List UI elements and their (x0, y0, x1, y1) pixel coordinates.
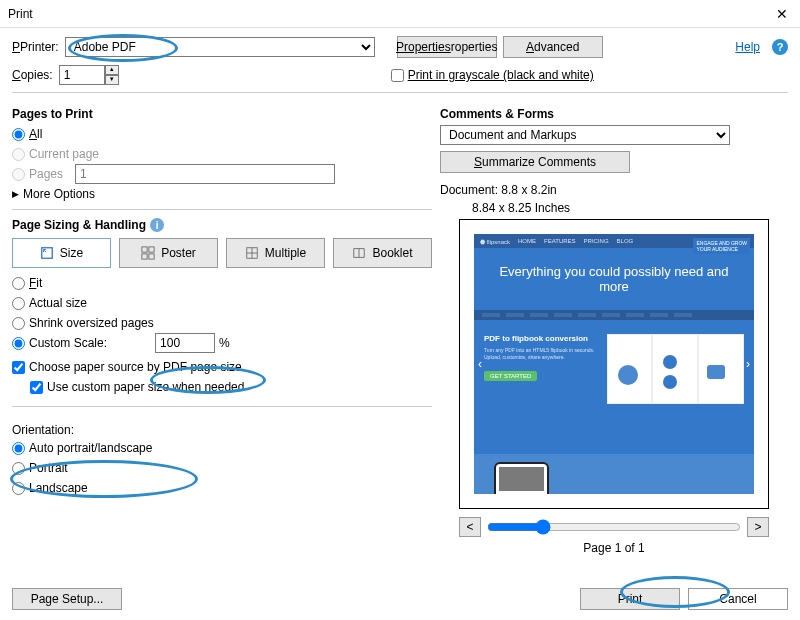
more-options-toggle[interactable]: ▶ More Options (12, 187, 432, 201)
pages-range-input[interactable] (75, 164, 335, 184)
preview-next-icon: › (746, 357, 750, 371)
scale-unit: % (219, 336, 230, 350)
info-icon[interactable]: i (150, 218, 164, 232)
booklet-icon (352, 246, 366, 260)
close-icon[interactable]: ✕ (772, 6, 792, 22)
orientation-auto-label: Auto portrait/landscape (29, 441, 152, 455)
pages-all-label: All (29, 127, 42, 141)
orientation-portrait-label: Portrait (29, 461, 68, 475)
cancel-button[interactable]: Cancel (688, 588, 788, 610)
fit-label: Fit (29, 276, 42, 290)
window-title: Print (8, 7, 33, 21)
tab-multiple[interactable]: Multiple (226, 238, 325, 268)
custom-scale-input[interactable] (155, 333, 215, 353)
pages-range-label: Pages (29, 167, 63, 181)
pages-to-print-title: Pages to Print (12, 107, 432, 121)
page-dimensions: 8.84 x 8.25 Inches (472, 201, 788, 215)
tab-size[interactable]: Size (12, 238, 111, 268)
orientation-landscape-radio[interactable] (12, 482, 25, 495)
print-button[interactable]: Print (580, 588, 680, 610)
preview-prev-icon: ‹ (478, 357, 482, 371)
actual-size-radio[interactable] (12, 297, 25, 310)
custom-scale-label: Custom Scale: (29, 336, 107, 350)
pages-current-radio (12, 148, 25, 161)
grayscale-label: Print in grayscale (black and white) (408, 68, 594, 82)
comments-forms-title: Comments & Forms (440, 107, 788, 121)
pages-range-radio (12, 168, 25, 181)
summarize-comments-button[interactable]: Summarize Comments (440, 151, 630, 173)
print-preview: ⬣ flipsnackHOMEFEATURESPRICINGBLOG Every… (459, 219, 769, 509)
page-indicator: Page 1 of 1 (440, 541, 788, 555)
preview-headline: Everything you could possibly need and m… (484, 264, 744, 294)
pages-all-radio[interactable] (12, 128, 25, 141)
preview-prev-button[interactable]: < (459, 517, 481, 537)
use-custom-paper-checkbox[interactable] (30, 381, 43, 394)
sizing-title: Page Sizing & Handling (12, 218, 146, 232)
tab-booklet[interactable]: Booklet (333, 238, 432, 268)
orientation-title: Orientation: (12, 423, 432, 437)
svg-rect-2 (149, 247, 154, 252)
grayscale-checkbox[interactable] (391, 69, 404, 82)
svg-rect-0 (42, 248, 53, 259)
orientation-auto-radio[interactable] (12, 442, 25, 455)
printer-select[interactable]: Adobe PDF (65, 37, 375, 57)
choose-source-checkbox[interactable] (12, 361, 25, 374)
preview-zoom-slider[interactable] (487, 519, 741, 535)
pages-current-label: Current page (29, 147, 99, 161)
svg-rect-1 (142, 247, 147, 252)
svg-rect-3 (142, 254, 147, 259)
choose-source-label: Choose paper source by PDF page size (29, 360, 242, 374)
copies-input[interactable] (59, 65, 105, 85)
copies-down-button[interactable]: ▼ (105, 75, 119, 85)
copies-up-button[interactable]: ▲ (105, 65, 119, 75)
comments-forms-select[interactable]: Document and Markups (440, 125, 730, 145)
preview-next-button[interactable]: > (747, 517, 769, 537)
properties-button[interactable]: Propertiesroperties (397, 36, 497, 58)
shrink-label: Shrink oversized pages (29, 316, 154, 330)
orientation-landscape-label: Landscape (29, 481, 88, 495)
chevron-right-icon: ▶ (12, 189, 19, 199)
actual-size-label: Actual size (29, 296, 87, 310)
svg-rect-4 (149, 254, 154, 259)
fit-radio[interactable] (12, 277, 25, 290)
help-icon[interactable]: ? (772, 39, 788, 55)
poster-icon (141, 246, 155, 260)
page-setup-button[interactable]: Page Setup... (12, 588, 122, 610)
tab-poster[interactable]: Poster (119, 238, 218, 268)
shrink-radio[interactable] (12, 317, 25, 330)
size-icon (40, 246, 54, 260)
help-link[interactable]: Help (735, 40, 760, 54)
use-custom-paper-label: Use custom paper size when needed (47, 380, 244, 394)
orientation-portrait-radio[interactable] (12, 462, 25, 475)
custom-scale-radio[interactable] (12, 337, 25, 350)
copies-label: Copies: (12, 68, 53, 82)
advanced-button[interactable]: Advanced (503, 36, 603, 58)
document-dimensions: Document: 8.8 x 8.2in (440, 183, 788, 197)
printer-label: PPrinter: (12, 40, 59, 54)
multiple-icon (245, 246, 259, 260)
